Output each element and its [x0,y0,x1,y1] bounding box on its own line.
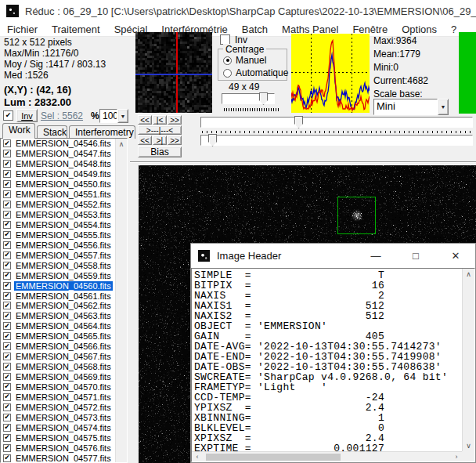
file-checkbox[interactable]: ✔ [3,363,11,371]
file-list-item[interactable]: ✔ EMMERSION_04558.fits [1,260,115,270]
file-checkbox[interactable]: ✔ [3,322,11,330]
file-checkbox[interactable]: ✔ [3,353,11,360]
menu-item[interactable]: Traitement [45,24,107,35]
file-list-item[interactable]: ✔ EMMERSION_04563.fits [1,311,115,321]
centering-thumbnail[interactable] [135,32,212,113]
file-checkbox[interactable]: ✔ [3,241,11,249]
file-list-item[interactable]: ✔ EMMERSION_04571.fits [1,392,115,402]
file-list-item[interactable]: ✔ EMMERSION_04556.fits [1,240,115,250]
file-list-item[interactable]: ✔ EMMERSION_04549.fits [1,169,115,179]
file-list-item[interactable]: ✔ EMMERSION_04552.fits [1,200,115,210]
file-checkbox[interactable]: ✔ [3,373,11,381]
file-list-item[interactable]: ✔ EMMERSION_04551.fits [1,190,115,200]
nav-next-button[interactable]: >> [168,115,182,125]
file-checkbox[interactable]: ✔ [3,312,11,320]
file-checkbox[interactable]: ✔ [3,211,11,219]
file-checkbox[interactable]: ✔ [3,272,11,280]
nav-next2-button[interactable]: >> [168,136,182,145]
profile-graph[interactable] [291,34,370,113]
file-list-item[interactable]: ✔ EMMERSION_04547.fits [1,149,115,159]
file-checkbox[interactable]: ✔ [3,434,11,442]
file-list-item[interactable]: ✔ EMMERSION_04554.fits [1,220,115,230]
file-checkbox[interactable]: ✔ [3,292,11,300]
frame-slider-track[interactable] [200,117,473,128]
tab-interferometry[interactable]: Interferometry [69,125,135,139]
nav-center-button[interactable]: >---|---< [138,125,182,135]
maximize-button[interactable]: □ [407,250,424,262]
file-checkbox[interactable]: ✔ [3,160,11,168]
scroll-left-icon[interactable]: ‹ [192,452,203,461]
invert-button[interactable]: Inv [16,109,38,122]
scroll-right-icon[interactable]: › [451,452,462,461]
file-checkbox[interactable]: ✔ [3,302,11,309]
file-checkbox[interactable]: ✔ [3,383,11,391]
dialog-vertical-scrollbar[interactable]: ∧ ∨ [462,269,474,451]
file-checkbox[interactable]: ✔ [3,180,11,188]
file-checkbox[interactable]: ✔ [3,150,11,157]
selection-box[interactable] [337,197,376,234]
tab-work[interactable]: Work [2,123,35,139]
menu-item[interactable]: Fichier [0,24,45,35]
dropdown-arrow-icon[interactable]: ▼ [117,109,128,123]
nav-last-button[interactable]: >| [153,136,167,145]
file-list-item[interactable]: ✔ EMMERSION_04573.fits [1,412,115,422]
file-list-item[interactable]: ✔ EMMERSION_04560.fits [1,280,115,291]
file-checkbox[interactable]: ✔ [3,282,11,290]
file-list-item[interactable]: ✔ EMMERSION_04548.fits [1,159,115,169]
file-list-item[interactable]: ✔ EMMERSION_04557.fits [1,250,115,260]
file-checkbox[interactable]: ✔ [3,403,11,411]
file-list-item[interactable]: ✔ EMMERSION_04566.fits [1,342,115,352]
tab-stack[interactable]: Stack [37,125,67,139]
file-list-item[interactable]: ✔ EMMERSION_04561.fits [1,291,115,301]
file-checkbox[interactable]: ✔ [3,190,11,198]
file-list-item[interactable]: ✔ EMMERSION_04555.fits [1,230,115,240]
menu-item[interactable]: Options [395,24,444,35]
file-list-item[interactable]: ✔ EMMERSION_04559.fits [1,270,115,280]
file-list-item[interactable]: ✔ EMMERSION_04576.fits [1,443,115,453]
file-list-item[interactable]: ✔ EMMERSION_04553.fits [1,210,115,220]
threshold-slider-track[interactable] [200,135,473,146]
file-checkbox[interactable]: ✔ [3,139,11,147]
radio-selected-icon[interactable] [223,56,232,65]
file-list-item[interactable]: ✔ EMMERSION_04577.fits [1,453,115,463]
close-button[interactable]: ✕ [447,250,464,262]
scroll-up-icon[interactable]: ∧ [463,269,474,280]
radio-unselected-icon[interactable] [223,69,232,78]
file-checkbox[interactable]: ✔ [3,251,11,259]
dialog-horizontal-scrollbar[interactable]: ‹ › [192,451,462,461]
selection-count-link[interactable]: Sel : 5562 [41,110,83,121]
file-checkbox[interactable]: ✔ [3,221,11,229]
file-list-item[interactable]: ✔ EMMERSION_04565.fits [1,331,115,342]
file-list-item[interactable]: ✔ EMMERSION_04574.fits [1,422,115,432]
bias-button[interactable]: Bias [138,146,182,157]
file-list-item[interactable]: ✔ EMMERSION_04575.fits [1,432,115,443]
scale-base-select[interactable]: Mini ▼ [373,99,449,115]
file-checkbox[interactable]: ✔ [3,414,11,421]
zoom-level-select[interactable]: 100 ▼ [99,109,128,123]
minimize-button[interactable]: — [367,250,384,262]
file-checkbox[interactable]: ✔ [3,332,11,340]
file-checkbox[interactable]: ✔ [3,170,11,178]
invert-checkbox[interactable]: ✔ [3,110,13,121]
file-checkbox[interactable]: ✔ [3,454,11,462]
file-list-item[interactable]: ✔ EMMERSION_04567.fits [1,352,115,362]
file-list-item[interactable]: ✔ EMMERSION_04569.fits [1,372,115,382]
file-list-item[interactable]: ✔ EMMERSION_04550.fits [1,179,115,190]
file-list-item[interactable]: ✔ EMMERSION_04568.fits [1,362,115,372]
dialog-title-bar[interactable]: Image Header — □ ✕ [191,244,475,268]
file-checkbox[interactable]: ✔ [3,444,11,452]
dropdown-arrow-icon[interactable]: ▼ [438,99,449,115]
scroll-up-icon[interactable]: ∧ [116,139,127,150]
file-list-item[interactable]: ✔ EMMERSION_04570.fits [1,382,115,392]
file-checkbox[interactable]: ✔ [3,424,11,432]
horizontal-scroll-thumb[interactable] [206,454,341,461]
file-checkbox[interactable]: ✔ [3,201,11,208]
centrage-automatic-option[interactable]: Automatique [223,67,288,78]
scroll-down-icon[interactable]: ∨ [463,440,474,451]
file-list-item[interactable]: ✔ EMMERSION_04564.fits [1,321,115,331]
file-checkbox[interactable]: ✔ [3,342,11,350]
file-checkbox[interactable]: ✔ [3,393,11,401]
file-list-item[interactable]: ✔ EMMERSION_04562.fits [1,301,115,311]
nav-prev-button[interactable]: |< [153,115,167,125]
nav-first-button[interactable]: << [138,115,152,125]
